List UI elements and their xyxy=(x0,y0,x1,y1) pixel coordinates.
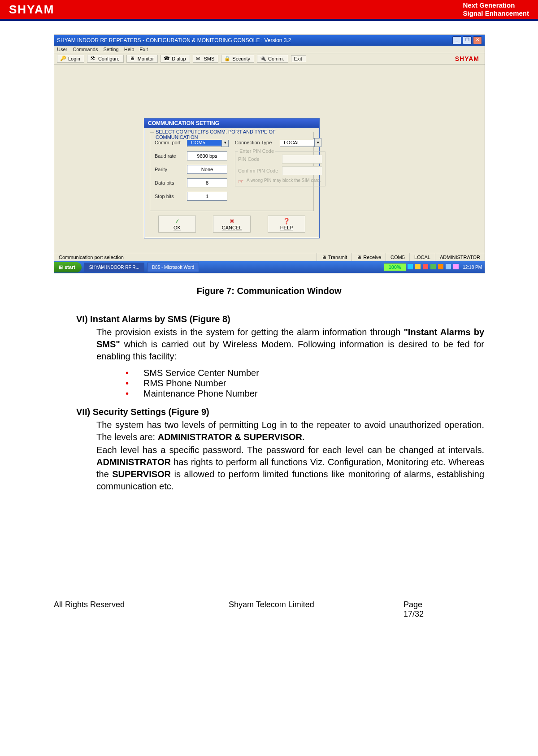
communication-setting-dialog: COMMUNICATION SETTING SELECT COMPUTER'S … xyxy=(144,118,320,238)
section-vii-para2: Each level has a specific password. The … xyxy=(96,444,484,492)
toolbar-security[interactable]: 🔒Security xyxy=(221,55,254,63)
tray-icon[interactable] xyxy=(423,264,428,269)
footer-left: All Rights Reserved xyxy=(54,600,229,619)
tray-icon[interactable] xyxy=(453,264,459,269)
window-title: SHYAM INDOOR RF REPEATERS - CONFIGURATIO… xyxy=(57,37,291,43)
section-vi-heading: VI) Instant Alarms by SMS (Figure 8) xyxy=(76,314,484,324)
tray-icon[interactable] xyxy=(408,264,413,269)
toolbar-dialup[interactable]: ☎Dialup xyxy=(161,55,190,63)
windows-icon: ⊞ xyxy=(59,264,63,270)
section-vi-bullets: SMS Service Center Number RMS Phone Numb… xyxy=(126,368,484,399)
tray-icon[interactable] xyxy=(438,264,443,269)
monitor-icon: 🖥 xyxy=(130,56,136,62)
pin-input[interactable] xyxy=(282,155,322,164)
help-icon: ❓ xyxy=(283,218,290,225)
stopbits-label: Stop bits xyxy=(155,194,183,199)
stopbits-field[interactable] xyxy=(187,192,227,201)
comm-port-label: Comm. port xyxy=(155,140,183,145)
help-button[interactable]: ❓ HELP xyxy=(268,216,305,233)
window-controls: _ ❐ ✕ xyxy=(452,36,482,44)
databits-label: Data bits xyxy=(155,180,183,186)
conntype-value: LOCAL xyxy=(280,139,314,146)
client-area: COMMUNICATION SETTING SELECT COMPUTER'S … xyxy=(54,65,485,253)
cancel-button[interactable]: ✖ CANCEL xyxy=(213,216,251,233)
tray-icon[interactable] xyxy=(446,264,451,269)
brand-logo: SHYAM xyxy=(9,3,55,17)
maximize-button[interactable]: ❐ xyxy=(463,36,472,44)
statusbar: Communication port selection 🖥Transmit 🖥… xyxy=(54,253,485,261)
plug-icon: 🔌 xyxy=(260,56,266,62)
toolbar-brand: SHYAM xyxy=(455,55,482,62)
screenshot-window: SHYAM INDOOR RF REPEATERS - CONFIGURATIO… xyxy=(54,35,485,273)
dialog-button-row: ✓ OK ✖ CANCEL ❓ HELP xyxy=(150,216,314,233)
dialog-title: COMMUNICATION SETTING xyxy=(144,119,319,128)
list-item: Maintenance Phone Number xyxy=(126,389,484,399)
baud-label: Baud rate xyxy=(155,153,183,159)
status-role: ADMINISTRATOR xyxy=(435,253,485,261)
databits-field[interactable] xyxy=(187,178,227,187)
status-mode: LOCAL xyxy=(410,253,435,261)
tray-icon[interactable] xyxy=(415,264,421,269)
status-receive: 🖥Receive xyxy=(352,253,386,261)
menu-setting[interactable]: Setting xyxy=(103,47,118,52)
section-vi-para: The provision exists in the system for g… xyxy=(96,326,484,363)
parity-field[interactable] xyxy=(187,165,227,174)
pin-warning-text: A wrong PIN may block the SIM card. xyxy=(247,178,321,183)
menu-help[interactable]: Help xyxy=(124,47,134,52)
header-tagline: Next Generation Signal Enhancement xyxy=(463,1,529,17)
toolbar-comm[interactable]: 🔌Comm. xyxy=(257,55,288,63)
zoom-indicator: 100% xyxy=(384,263,406,271)
fieldset-title: SELECT COMPUTER'S COMM. PORT AND TYPE OF… xyxy=(154,129,313,140)
section-vii-para1: The system has two levels of permitting … xyxy=(96,419,484,443)
tagline-line1: Next Generation xyxy=(463,1,529,9)
menu-commands[interactable]: Commands xyxy=(73,47,98,52)
close-button[interactable]: ✕ xyxy=(473,36,482,44)
check-icon: ✓ xyxy=(175,218,180,225)
key-icon: 🔑 xyxy=(60,56,66,62)
pin-label: PIN Code xyxy=(238,156,279,162)
taskbar-clock: 12:18 PM xyxy=(463,265,482,270)
toolbar-exit[interactable]: Exit xyxy=(291,55,306,62)
lock-icon: 🔒 xyxy=(224,56,230,62)
toolbar-configure[interactable]: 🛠Configure xyxy=(87,55,124,63)
cancel-icon: ✖ xyxy=(230,218,234,225)
taskbar: ⊞ start SHYAM INDOOR RF R... D85 - Micro… xyxy=(54,261,485,273)
status-port: COM5 xyxy=(386,253,410,261)
pin-legend: Enter PIN Code xyxy=(238,148,275,154)
pin-fieldset: Enter PIN Code PIN Code Confirm PIN Code xyxy=(235,151,325,186)
list-item: RMS Phone Number xyxy=(126,378,484,389)
status-transmit: 🖥Transmit xyxy=(317,253,352,261)
taskbar-item-shyam[interactable]: SHYAM INDOOR RF R... xyxy=(84,263,144,272)
hand-icon: ☞ xyxy=(238,178,244,185)
tray-icon[interactable] xyxy=(430,264,436,269)
chevron-down-icon[interactable]: ▾ xyxy=(314,138,321,147)
conntype-label: Connection Type xyxy=(235,140,276,145)
toolbar: 🔑Login 🛠Configure 🖥Monitor ☎Dialup ✉SMS … xyxy=(54,53,485,65)
menu-user[interactable]: User xyxy=(57,47,67,52)
footer-right: Page 17/32 xyxy=(404,600,484,619)
menubar: User Commands Setting Help Exit xyxy=(54,46,485,53)
tagline-line2: Signal Enhancement xyxy=(463,9,529,17)
comm-fieldset: SELECT COMPUTER'S COMM. PORT AND TYPE OF… xyxy=(150,132,314,211)
toolbar-sms[interactable]: ✉SMS xyxy=(193,55,219,63)
figure-caption: Figure 7: Communication Window xyxy=(54,286,484,296)
pin-warning: ☞ A wrong PIN may block the SIM card. xyxy=(238,178,322,185)
system-tray[interactable] xyxy=(407,264,459,270)
toolbar-monitor[interactable]: 🖥Monitor xyxy=(126,55,158,63)
confirm-pin-label: Confirm PIN Code xyxy=(238,168,279,173)
display-icon: 🖥 xyxy=(321,255,326,260)
footer-center: Shyam Telecom Limited xyxy=(229,600,404,619)
start-button[interactable]: ⊞ start xyxy=(54,262,82,272)
menu-exit[interactable]: Exit xyxy=(139,47,148,52)
ok-button[interactable]: ✓ OK xyxy=(158,216,196,233)
status-message: Communication port selection xyxy=(54,253,317,261)
confirm-pin-input[interactable] xyxy=(282,166,322,175)
parity-label: Parity xyxy=(155,167,183,172)
baud-field[interactable] xyxy=(187,151,227,160)
window-titlebar: SHYAM INDOOR RF REPEATERS - CONFIGURATIO… xyxy=(54,35,485,46)
taskbar-item-word[interactable]: D85 - Microsoft Word xyxy=(147,263,199,272)
section-vii-heading: VII) Security Settings (Figure 9) xyxy=(76,407,484,417)
toolbar-login[interactable]: 🔑Login xyxy=(57,55,84,63)
display-icon: 🖥 xyxy=(356,255,361,260)
minimize-button[interactable]: _ xyxy=(452,36,461,44)
